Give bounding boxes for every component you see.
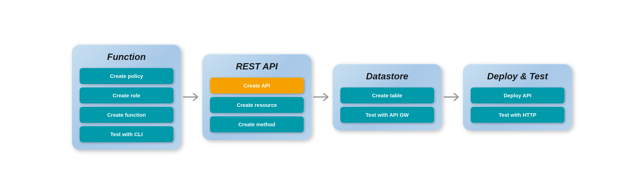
arrow-3 <box>442 90 463 104</box>
panel-function: FunctionCreate policyCreate roleCreate f… <box>72 44 181 150</box>
item-btn-create-role[interactable]: Create role <box>80 87 173 103</box>
item-btn-create-method[interactable]: Create method <box>210 116 304 132</box>
panel-datastore: DatastoreCreate tableTest with API GW <box>333 64 442 131</box>
panel-rest-api: REST APICreate APICreate resourceCreate … <box>202 54 311 140</box>
panel-title-rest-api: REST API <box>210 61 304 72</box>
item-btn-test-with-cli[interactable]: Test with CLI <box>80 126 173 142</box>
diagram: FunctionCreate policyCreate roleCreate f… <box>58 37 586 157</box>
arrow-2 <box>311 90 333 104</box>
panel-items-deploy-test: Deploy APITest with HTTP <box>471 87 564 123</box>
item-btn-create-resource[interactable]: Create resource <box>210 97 304 113</box>
item-btn-test-with-http[interactable]: Test with HTTP <box>471 107 564 123</box>
panel-items-rest-api: Create APICreate resourceCreate method <box>210 78 304 132</box>
item-btn-create-api[interactable]: Create API <box>210 78 304 93</box>
panel-title-deploy-test: Deploy & Test <box>471 71 564 82</box>
item-btn-create-table[interactable]: Create table <box>340 87 434 103</box>
panel-items-datastore: Create tableTest with API GW <box>340 87 434 123</box>
arrow-1 <box>181 90 202 104</box>
item-btn-create-function[interactable]: Create function <box>80 107 173 123</box>
item-btn-deploy-api[interactable]: Deploy API <box>471 87 564 103</box>
panel-items-function: Create policyCreate roleCreate functionT… <box>80 68 173 142</box>
panel-title-datastore: Datastore <box>340 71 434 82</box>
panel-deploy-test: Deploy & TestDeploy APITest with HTTP <box>463 64 572 131</box>
item-btn-test-with-api-gw[interactable]: Test with API GW <box>340 107 434 123</box>
panel-title-function: Function <box>80 51 173 62</box>
item-btn-create-policy[interactable]: Create policy <box>80 68 173 84</box>
